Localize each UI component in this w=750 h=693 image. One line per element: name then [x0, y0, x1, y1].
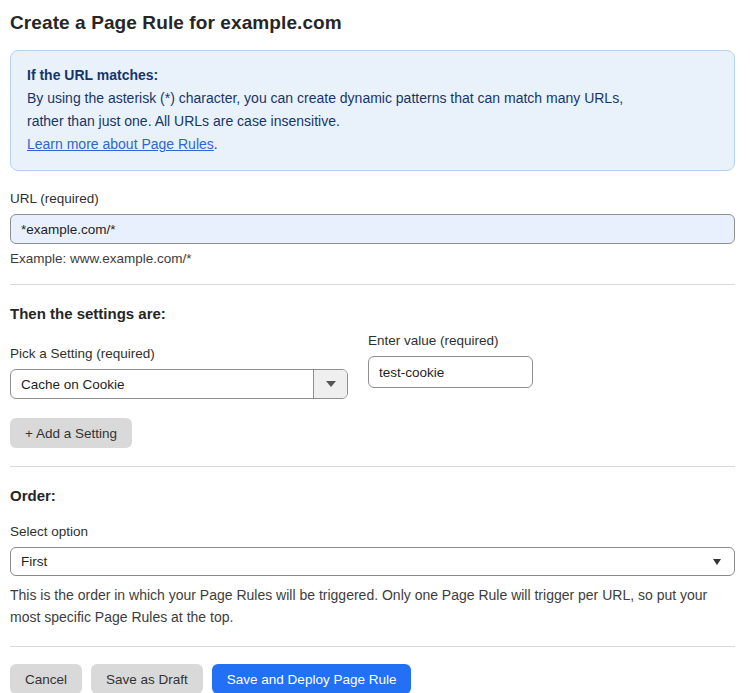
- info-box-body-line1: By using the asterisk (*) character, you…: [27, 87, 718, 110]
- info-box-body-line2: rather than just one. All URLs are case …: [27, 110, 718, 133]
- url-example-text: Example: www.example.com/*: [10, 251, 735, 266]
- add-setting-button[interactable]: + Add a Setting: [10, 418, 132, 448]
- divider-after-settings: [10, 466, 735, 467]
- info-box-heading: If the URL matches:: [27, 64, 718, 87]
- divider-before-footer: [10, 646, 735, 647]
- page-title: Create a Page Rule for example.com: [10, 12, 735, 34]
- setting-value-column: Enter value (required): [368, 326, 533, 399]
- url-match-info-box: If the URL matches: By using the asteris…: [10, 50, 735, 171]
- order-select-label: Select option: [10, 524, 735, 539]
- setting-picker-label: Pick a Setting (required): [10, 346, 348, 361]
- setting-select-arrow-box: [313, 370, 347, 398]
- order-help-line1: This is the order in which your Page Rul…: [10, 584, 735, 606]
- page-rule-form: Create a Page Rule for example.com If th…: [0, 0, 750, 693]
- info-box-link-line: Learn more about Page Rules.: [27, 133, 718, 156]
- url-field-label: URL (required): [10, 191, 735, 206]
- setting-select[interactable]: Cache on Cookie: [10, 369, 348, 399]
- chevron-down-icon: [326, 381, 336, 387]
- order-help-line2: most specific Page Rules at the top.: [10, 606, 735, 628]
- settings-row: Pick a Setting (required) Cache on Cooki…: [10, 326, 735, 399]
- order-select-value: First: [21, 554, 47, 569]
- order-help-text: This is the order in which your Page Rul…: [10, 584, 735, 628]
- order-section-heading: Order:: [10, 487, 735, 504]
- save-as-draft-button[interactable]: Save as Draft: [91, 664, 203, 693]
- settings-section-heading: Then the settings are:: [10, 305, 735, 322]
- order-select[interactable]: First: [10, 547, 735, 576]
- setting-select-value: Cache on Cookie: [11, 370, 313, 398]
- chevron-down-icon: [713, 559, 721, 565]
- setting-picker-column: Pick a Setting (required) Cache on Cooki…: [10, 326, 348, 399]
- learn-more-link[interactable]: Learn more about Page Rules: [27, 136, 214, 152]
- url-input[interactable]: [10, 214, 735, 244]
- setting-value-label: Enter value (required): [368, 333, 533, 348]
- save-and-deploy-button[interactable]: Save and Deploy Page Rule: [212, 664, 412, 693]
- cancel-button[interactable]: Cancel: [10, 664, 82, 693]
- setting-value-input[interactable]: [368, 356, 533, 388]
- divider-after-url: [10, 284, 735, 285]
- link-period: .: [214, 136, 218, 152]
- footer-buttons: Cancel Save as Draft Save and Deploy Pag…: [10, 664, 735, 693]
